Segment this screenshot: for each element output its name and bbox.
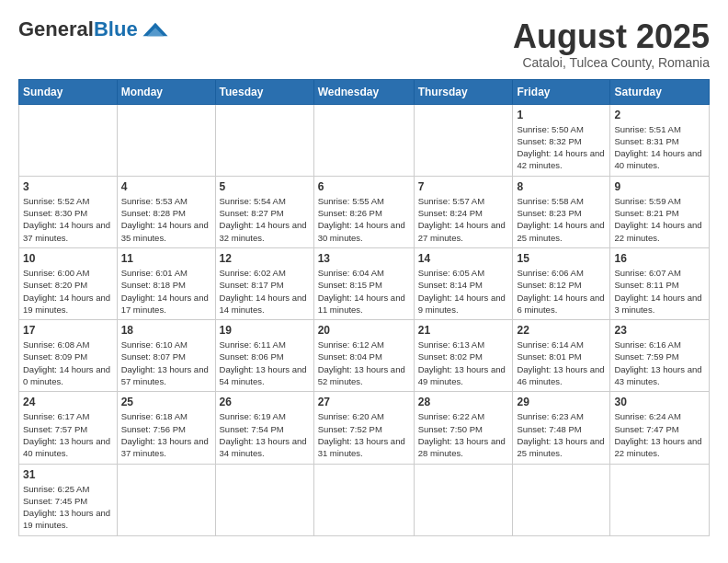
day-info: Sunrise: 6:00 AM Sunset: 8:20 PM Dayligh… — [23, 267, 113, 316]
calendar-week-row: 24Sunrise: 6:17 AM Sunset: 7:57 PM Dayli… — [19, 392, 710, 464]
calendar-cell: 18Sunrise: 6:10 AM Sunset: 8:07 PM Dayli… — [117, 320, 215, 392]
day-number: 22 — [517, 324, 606, 337]
day-number: 6 — [318, 180, 410, 193]
day-info: Sunrise: 6:05 AM Sunset: 8:14 PM Dayligh… — [418, 267, 509, 316]
logo-icon — [142, 21, 169, 38]
calendar-cell: 10Sunrise: 6:00 AM Sunset: 8:20 PM Dayli… — [19, 247, 118, 319]
calendar-cell: 23Sunrise: 6:16 AM Sunset: 7:59 PM Dayli… — [610, 320, 710, 392]
day-number: 10 — [23, 252, 113, 265]
calendar-table: SundayMondayTuesdayWednesdayThursdayFrid… — [18, 79, 710, 536]
day-info: Sunrise: 5:50 AM Sunset: 8:32 PM Dayligh… — [517, 123, 606, 172]
weekday-header-sunday: Sunday — [19, 79, 118, 104]
day-info: Sunrise: 6:25 AM Sunset: 7:45 PM Dayligh… — [23, 483, 113, 532]
calendar-cell: 7Sunrise: 5:57 AM Sunset: 8:24 PM Daylig… — [414, 176, 513, 247]
logo-text: GeneralBlue — [18, 18, 138, 40]
calendar-cell: 21Sunrise: 6:13 AM Sunset: 8:02 PM Dayli… — [414, 320, 513, 392]
calendar-cell: 3Sunrise: 5:52 AM Sunset: 8:30 PM Daylig… — [19, 176, 118, 247]
calendar-cell: 28Sunrise: 6:22 AM Sunset: 7:50 PM Dayli… — [414, 392, 513, 464]
day-info: Sunrise: 6:01 AM Sunset: 8:18 PM Dayligh… — [121, 267, 211, 316]
day-number: 8 — [517, 180, 606, 193]
calendar-cell: 4Sunrise: 5:53 AM Sunset: 8:28 PM Daylig… — [117, 176, 215, 247]
day-info: Sunrise: 6:04 AM Sunset: 8:15 PM Dayligh… — [318, 267, 410, 316]
calendar-cell — [414, 104, 513, 176]
calendar-cell: 9Sunrise: 5:59 AM Sunset: 8:21 PM Daylig… — [610, 176, 710, 247]
calendar-week-row: 31Sunrise: 6:25 AM Sunset: 7:45 PM Dayli… — [19, 464, 710, 535]
day-number: 25 — [121, 396, 211, 408]
calendar-cell: 19Sunrise: 6:11 AM Sunset: 8:06 PM Dayli… — [215, 320, 313, 392]
calendar-cell: 27Sunrise: 6:20 AM Sunset: 7:52 PM Dayli… — [313, 392, 414, 464]
calendar-cell: 6Sunrise: 5:55 AM Sunset: 8:26 PM Daylig… — [313, 176, 414, 247]
day-number: 4 — [121, 180, 211, 193]
weekday-header-saturday: Saturday — [610, 79, 710, 104]
day-number: 7 — [418, 180, 509, 193]
day-info: Sunrise: 6:20 AM Sunset: 7:52 PM Dayligh… — [318, 410, 410, 459]
weekday-header-row: SundayMondayTuesdayWednesdayThursdayFrid… — [19, 79, 710, 104]
calendar-cell: 20Sunrise: 6:12 AM Sunset: 8:04 PM Dayli… — [313, 320, 414, 392]
calendar-cell — [610, 464, 710, 535]
day-number: 12 — [220, 252, 310, 265]
day-number: 18 — [121, 324, 211, 337]
day-number: 3 — [23, 180, 113, 193]
calendar-cell: 17Sunrise: 6:08 AM Sunset: 8:09 PM Dayli… — [19, 320, 118, 392]
calendar-cell — [414, 464, 513, 535]
calendar-week-row: 17Sunrise: 6:08 AM Sunset: 8:09 PM Dayli… — [19, 320, 710, 392]
calendar-cell: 1Sunrise: 5:50 AM Sunset: 8:32 PM Daylig… — [513, 104, 610, 176]
weekday-header-friday: Friday — [513, 79, 610, 104]
weekday-header-thursday: Thursday — [414, 79, 513, 104]
day-number: 5 — [220, 180, 310, 193]
calendar-cell: 26Sunrise: 6:19 AM Sunset: 7:54 PM Dayli… — [215, 392, 313, 464]
day-number: 23 — [614, 324, 705, 337]
page-header: GeneralBlue August 2025 Cataloi, Tulcea … — [18, 18, 710, 70]
calendar-cell: 25Sunrise: 6:18 AM Sunset: 7:56 PM Dayli… — [117, 392, 215, 464]
day-number: 13 — [318, 252, 410, 265]
calendar-cell: 30Sunrise: 6:24 AM Sunset: 7:47 PM Dayli… — [610, 392, 710, 464]
calendar-cell — [117, 464, 215, 535]
day-info: Sunrise: 6:16 AM Sunset: 7:59 PM Dayligh… — [614, 339, 705, 387]
calendar-cell — [313, 464, 414, 535]
weekday-header-wednesday: Wednesday — [313, 79, 414, 104]
day-info: Sunrise: 5:52 AM Sunset: 8:30 PM Dayligh… — [23, 195, 113, 244]
calendar-cell: 22Sunrise: 6:14 AM Sunset: 8:01 PM Dayli… — [513, 320, 610, 392]
calendar-cell: 14Sunrise: 6:05 AM Sunset: 8:14 PM Dayli… — [414, 247, 513, 319]
day-info: Sunrise: 6:12 AM Sunset: 8:04 PM Dayligh… — [318, 339, 410, 387]
calendar-week-row: 1Sunrise: 5:50 AM Sunset: 8:32 PM Daylig… — [19, 104, 710, 176]
calendar-cell — [215, 464, 313, 535]
calendar-cell: 24Sunrise: 6:17 AM Sunset: 7:57 PM Dayli… — [19, 392, 118, 464]
day-info: Sunrise: 5:53 AM Sunset: 8:28 PM Dayligh… — [121, 195, 211, 244]
day-number: 28 — [418, 396, 509, 408]
calendar-title: August 2025 — [513, 18, 710, 55]
day-number: 9 — [614, 180, 705, 193]
day-number: 1 — [517, 109, 606, 121]
calendar-cell: 2Sunrise: 5:51 AM Sunset: 8:31 PM Daylig… — [610, 104, 710, 176]
day-info: Sunrise: 6:17 AM Sunset: 7:57 PM Dayligh… — [23, 410, 113, 459]
day-info: Sunrise: 5:58 AM Sunset: 8:23 PM Dayligh… — [517, 195, 606, 244]
calendar-cell: 15Sunrise: 6:06 AM Sunset: 8:12 PM Dayli… — [513, 247, 610, 319]
day-info: Sunrise: 6:11 AM Sunset: 8:06 PM Dayligh… — [220, 339, 310, 387]
day-info: Sunrise: 6:18 AM Sunset: 7:56 PM Dayligh… — [121, 410, 211, 459]
day-number: 27 — [318, 396, 410, 408]
calendar-cell — [215, 104, 313, 176]
weekday-header-tuesday: Tuesday — [215, 79, 313, 104]
day-info: Sunrise: 5:54 AM Sunset: 8:27 PM Dayligh… — [220, 195, 310, 244]
day-number: 29 — [517, 396, 606, 408]
day-number: 11 — [121, 252, 211, 265]
day-number: 15 — [517, 252, 606, 265]
calendar-cell — [513, 464, 610, 535]
day-info: Sunrise: 6:14 AM Sunset: 8:01 PM Dayligh… — [517, 339, 606, 387]
day-info: Sunrise: 6:22 AM Sunset: 7:50 PM Dayligh… — [418, 410, 509, 459]
calendar-week-row: 3Sunrise: 5:52 AM Sunset: 8:30 PM Daylig… — [19, 176, 710, 247]
day-number: 30 — [614, 396, 705, 408]
day-info: Sunrise: 6:13 AM Sunset: 8:02 PM Dayligh… — [418, 339, 509, 387]
weekday-header-monday: Monday — [117, 79, 215, 104]
calendar-cell: 31Sunrise: 6:25 AM Sunset: 7:45 PM Dayli… — [19, 464, 118, 535]
day-number: 2 — [614, 109, 705, 121]
title-area: August 2025 Cataloi, Tulcea County, Roma… — [513, 18, 710, 70]
calendar-cell — [117, 104, 215, 176]
day-number: 17 — [23, 324, 113, 337]
day-number: 21 — [418, 324, 509, 337]
calendar-cell: 12Sunrise: 6:02 AM Sunset: 8:17 PM Dayli… — [215, 247, 313, 319]
calendar-cell — [19, 104, 118, 176]
day-info: Sunrise: 5:57 AM Sunset: 8:24 PM Dayligh… — [418, 195, 509, 244]
day-number: 14 — [418, 252, 509, 265]
calendar-cell: 11Sunrise: 6:01 AM Sunset: 8:18 PM Dayli… — [117, 247, 215, 319]
